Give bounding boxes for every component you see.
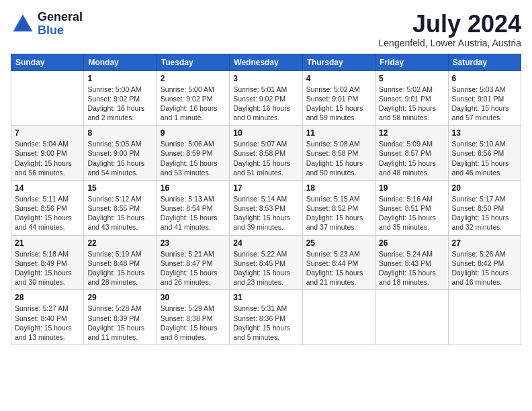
table-row: 15 Sunrise: 5:12 AMSunset: 8:55 PMDaylig… bbox=[84, 180, 157, 235]
day-info: Sunrise: 5:11 AMSunset: 8:56 PMDaylight:… bbox=[15, 194, 80, 232]
day-info: Sunrise: 5:05 AMSunset: 9:00 PMDaylight:… bbox=[87, 139, 152, 177]
day-number: 11 bbox=[306, 128, 371, 138]
day-number: 19 bbox=[379, 183, 444, 193]
day-info: Sunrise: 5:04 AMSunset: 9:00 PMDaylight:… bbox=[15, 139, 80, 177]
col-monday: Monday bbox=[84, 54, 157, 71]
day-info: Sunrise: 5:18 AMSunset: 8:49 PMDaylight:… bbox=[15, 249, 80, 287]
day-number: 8 bbox=[87, 128, 152, 138]
col-sunday: Sunday bbox=[11, 54, 84, 71]
day-info: Sunrise: 5:00 AMSunset: 9:02 PMDaylight:… bbox=[87, 85, 152, 123]
day-number: 27 bbox=[452, 238, 517, 248]
day-info: Sunrise: 5:29 AMSunset: 8:38 PMDaylight:… bbox=[161, 304, 226, 342]
day-info: Sunrise: 5:09 AMSunset: 8:57 PMDaylight:… bbox=[379, 139, 444, 177]
col-wednesday: Wednesday bbox=[230, 54, 302, 71]
day-number: 26 bbox=[379, 238, 444, 248]
calendar-header-row: Sunday Monday Tuesday Wednesday Thursday… bbox=[11, 54, 521, 71]
day-info: Sunrise: 5:07 AMSunset: 8:58 PMDaylight:… bbox=[233, 139, 298, 177]
table-row: 22 Sunrise: 5:19 AMSunset: 8:48 PMDaylig… bbox=[84, 235, 157, 290]
day-number: 22 bbox=[87, 238, 152, 248]
table-row bbox=[375, 290, 448, 345]
table-row: 13 Sunrise: 5:10 AMSunset: 8:56 PMDaylig… bbox=[448, 126, 521, 181]
table-row: 17 Sunrise: 5:14 AMSunset: 8:53 PMDaylig… bbox=[230, 180, 302, 235]
day-info: Sunrise: 5:13 AMSunset: 8:54 PMDaylight:… bbox=[161, 194, 226, 232]
logo-icon bbox=[11, 12, 35, 36]
table-row bbox=[11, 71, 84, 126]
location: Lengenfeld, Lower Austria, Austria bbox=[379, 38, 521, 48]
day-number: 14 bbox=[15, 183, 80, 193]
day-number: 12 bbox=[379, 128, 444, 138]
table-row: 16 Sunrise: 5:13 AMSunset: 8:54 PMDaylig… bbox=[157, 180, 229, 235]
day-number: 16 bbox=[161, 183, 226, 193]
col-friday: Friday bbox=[375, 54, 448, 71]
day-info: Sunrise: 5:16 AMSunset: 8:51 PMDaylight:… bbox=[379, 194, 444, 232]
day-number: 17 bbox=[233, 183, 298, 193]
table-row: 26 Sunrise: 5:24 AMSunset: 8:43 PMDaylig… bbox=[375, 235, 448, 290]
day-number: 28 bbox=[15, 293, 80, 302]
title-block: July 2024 Lengenfeld, Lower Austria, Aus… bbox=[379, 11, 521, 48]
day-number: 3 bbox=[233, 74, 298, 83]
day-number: 13 bbox=[452, 128, 517, 138]
day-number: 24 bbox=[233, 238, 298, 248]
day-number: 21 bbox=[15, 238, 80, 248]
day-number: 15 bbox=[87, 183, 152, 193]
day-number: 20 bbox=[452, 183, 517, 193]
page-header: GeneralBlue July 2024 Lengenfeld, Lower … bbox=[11, 11, 521, 48]
day-number: 31 bbox=[233, 293, 298, 302]
table-row: 31 Sunrise: 5:31 AMSunset: 8:36 PMDaylig… bbox=[230, 290, 302, 345]
day-info: Sunrise: 5:24 AMSunset: 8:43 PMDaylight:… bbox=[379, 249, 444, 287]
table-row: 11 Sunrise: 5:08 AMSunset: 8:58 PMDaylig… bbox=[302, 126, 375, 181]
day-info: Sunrise: 5:15 AMSunset: 8:52 PMDaylight:… bbox=[306, 194, 371, 232]
day-number: 9 bbox=[161, 128, 226, 138]
day-info: Sunrise: 5:08 AMSunset: 8:58 PMDaylight:… bbox=[306, 139, 371, 177]
table-row: 18 Sunrise: 5:15 AMSunset: 8:52 PMDaylig… bbox=[302, 180, 375, 235]
day-info: Sunrise: 5:03 AMSunset: 9:01 PMDaylight:… bbox=[452, 85, 517, 123]
day-number: 18 bbox=[306, 183, 371, 193]
table-row: 6 Sunrise: 5:03 AMSunset: 9:01 PMDayligh… bbox=[448, 71, 521, 126]
day-info: Sunrise: 5:02 AMSunset: 9:01 PMDaylight:… bbox=[379, 85, 444, 123]
table-row: 10 Sunrise: 5:07 AMSunset: 8:58 PMDaylig… bbox=[230, 126, 302, 181]
table-row: 2 Sunrise: 5:00 AMSunset: 9:02 PMDayligh… bbox=[157, 71, 229, 126]
table-row: 14 Sunrise: 5:11 AMSunset: 8:56 PMDaylig… bbox=[11, 180, 84, 235]
day-number: 5 bbox=[379, 74, 444, 83]
table-row bbox=[302, 290, 375, 345]
day-info: Sunrise: 5:01 AMSunset: 9:02 PMDaylight:… bbox=[233, 85, 298, 123]
calendar: Sunday Monday Tuesday Wednesday Thursday… bbox=[11, 54, 521, 345]
table-row: 12 Sunrise: 5:09 AMSunset: 8:57 PMDaylig… bbox=[375, 126, 448, 181]
month-year: July 2024 bbox=[379, 11, 521, 38]
day-number: 2 bbox=[161, 74, 226, 83]
day-number: 4 bbox=[306, 74, 371, 83]
day-info: Sunrise: 5:12 AMSunset: 8:55 PMDaylight:… bbox=[87, 194, 152, 232]
table-row: 9 Sunrise: 5:06 AMSunset: 8:59 PMDayligh… bbox=[157, 126, 229, 181]
table-row: 21 Sunrise: 5:18 AMSunset: 8:49 PMDaylig… bbox=[11, 235, 84, 290]
day-info: Sunrise: 5:23 AMSunset: 8:44 PMDaylight:… bbox=[306, 249, 371, 287]
col-thursday: Thursday bbox=[302, 54, 375, 71]
day-number: 25 bbox=[306, 238, 371, 248]
calendar-week-row: 1 Sunrise: 5:00 AMSunset: 9:02 PMDayligh… bbox=[11, 71, 521, 126]
day-info: Sunrise: 5:06 AMSunset: 8:59 PMDaylight:… bbox=[161, 139, 226, 177]
day-number: 10 bbox=[233, 128, 298, 138]
table-row: 4 Sunrise: 5:02 AMSunset: 9:01 PMDayligh… bbox=[302, 71, 375, 126]
table-row: 1 Sunrise: 5:00 AMSunset: 9:02 PMDayligh… bbox=[84, 71, 157, 126]
day-info: Sunrise: 5:26 AMSunset: 8:42 PMDaylight:… bbox=[452, 249, 517, 287]
day-info: Sunrise: 5:31 AMSunset: 8:36 PMDaylight:… bbox=[233, 304, 298, 342]
day-info: Sunrise: 5:02 AMSunset: 9:01 PMDaylight:… bbox=[306, 85, 371, 123]
table-row: 8 Sunrise: 5:05 AMSunset: 9:00 PMDayligh… bbox=[84, 126, 157, 181]
day-info: Sunrise: 5:14 AMSunset: 8:53 PMDaylight:… bbox=[233, 194, 298, 232]
table-row: 7 Sunrise: 5:04 AMSunset: 9:00 PMDayligh… bbox=[11, 126, 84, 181]
table-row: 19 Sunrise: 5:16 AMSunset: 8:51 PMDaylig… bbox=[375, 180, 448, 235]
day-info: Sunrise: 5:10 AMSunset: 8:56 PMDaylight:… bbox=[452, 139, 517, 177]
day-info: Sunrise: 5:21 AMSunset: 8:47 PMDaylight:… bbox=[161, 249, 226, 287]
table-row: 30 Sunrise: 5:29 AMSunset: 8:38 PMDaylig… bbox=[157, 290, 229, 345]
day-number: 1 bbox=[87, 74, 152, 83]
table-row: 20 Sunrise: 5:17 AMSunset: 8:50 PMDaylig… bbox=[448, 180, 521, 235]
table-row: 23 Sunrise: 5:21 AMSunset: 8:47 PMDaylig… bbox=[157, 235, 229, 290]
table-row: 5 Sunrise: 5:02 AMSunset: 9:01 PMDayligh… bbox=[375, 71, 448, 126]
day-number: 23 bbox=[161, 238, 226, 248]
logo-text: GeneralBlue bbox=[38, 11, 83, 38]
table-row: 24 Sunrise: 5:22 AMSunset: 8:45 PMDaylig… bbox=[230, 235, 302, 290]
day-info: Sunrise: 5:17 AMSunset: 8:50 PMDaylight:… bbox=[452, 194, 517, 232]
day-number: 30 bbox=[161, 293, 226, 302]
day-number: 29 bbox=[87, 293, 152, 302]
calendar-week-row: 7 Sunrise: 5:04 AMSunset: 9:00 PMDayligh… bbox=[11, 126, 521, 181]
day-info: Sunrise: 5:22 AMSunset: 8:45 PMDaylight:… bbox=[233, 249, 298, 287]
